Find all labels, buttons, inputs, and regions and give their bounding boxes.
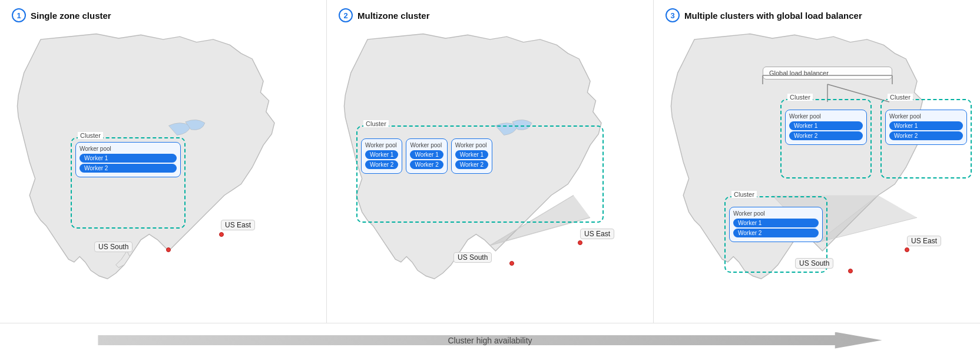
cluster-label-2: Cluster: [363, 120, 389, 127]
worker-1-btn-s1: Worker 1: [80, 154, 177, 163]
w1-c2: Worker 1: [410, 150, 443, 159]
us-south-dot-1: [166, 247, 171, 252]
cluster-label-bl: Cluster: [731, 191, 757, 198]
us-south-dot-3: [848, 269, 853, 273]
wp-label-tr: Worker pool: [889, 113, 963, 120]
w2-c2: Worker 2: [410, 160, 443, 169]
section-title-3: 3 Multiple clusters with global load bal…: [654, 0, 980, 22]
arrow-label: Cluster high availability: [98, 336, 882, 345]
w2-c3: Worker 2: [455, 160, 488, 169]
section-multi-cluster: 3 Multiple clusters with global load bal…: [654, 0, 980, 323]
us-south-label-2: US South: [453, 252, 492, 263]
wpl-label-c1: Worker pool: [365, 142, 398, 148]
us-south-label-1: US South: [94, 242, 133, 252]
wpl-label-c3: Worker pool: [455, 142, 488, 148]
wp-label-tl: Worker pool: [789, 113, 863, 120]
us-east-dot-3: [905, 247, 909, 252]
cluster-box-2: Cluster Worker pool Worker 1 Worker 2 Wo…: [356, 125, 604, 223]
section-title-1: 1 Single zone cluster: [0, 0, 326, 22]
worker-pool-col3: Worker pool Worker 1 Worker 2: [451, 138, 492, 174]
glb-box: Global load balancer: [763, 67, 892, 80]
cluster-label-tl: Cluster: [787, 94, 813, 101]
section-label-2: Multizone cluster: [357, 11, 430, 21]
cluster-label-tr: Cluster: [888, 94, 913, 101]
w1-tr: Worker 1: [889, 121, 963, 130]
diagrams-row: 1 Single zone cluster Cluster: [0, 0, 980, 323]
worker-pool-box-1: Worker pool Worker 1 Worker 2: [75, 142, 181, 177]
section-multizone: 2 Multizone cluster Cluster: [327, 0, 654, 323]
w2-bl: Worker 2: [733, 229, 819, 237]
glb-label: Global load balancer: [769, 70, 829, 77]
section-label-3: Multiple clusters with global load balan…: [684, 11, 862, 21]
wp-label-bl: Worker pool: [733, 210, 819, 217]
worker-pool-col1: Worker pool Worker 1 Worker 2: [361, 138, 402, 174]
wp-box-bl: Worker pool Worker 1 Worker 2: [729, 207, 823, 242]
wpl-label-c2: Worker pool: [410, 142, 443, 148]
step-num-1: 1: [12, 8, 26, 22]
cluster-label-1: Cluster: [78, 132, 103, 139]
worker-pool-label-1: Worker pool: [80, 146, 177, 152]
w2-c1: Worker 2: [365, 160, 398, 169]
main-container: 1 Single zone cluster Cluster: [0, 0, 980, 357]
w1-c1: Worker 1: [365, 150, 398, 159]
w2-tl: Worker 2: [789, 131, 863, 140]
map-area-1: Cluster Worker pool Worker 1 Worker 2 US…: [0, 22, 326, 319]
w2-tr: Worker 2: [889, 131, 963, 140]
us-south-dot-2: [509, 261, 514, 266]
section-title-2: 2 Multizone cluster: [327, 0, 653, 22]
map-area-2: Cluster Worker pool Worker 1 Worker 2 Wo…: [327, 22, 653, 319]
worker-pools-row-2: Worker pool Worker 1 Worker 2 Worker poo…: [361, 138, 599, 174]
step-num-3: 3: [666, 8, 680, 22]
section-label-1: Single zone cluster: [31, 11, 111, 21]
cluster-box-1: Cluster Worker pool Worker 1 Worker 2: [71, 137, 186, 229]
cluster-top-right: Cluster Worker pool Worker 1 Worker 2: [880, 99, 972, 178]
section-single-zone: 1 Single zone cluster Cluster: [0, 0, 327, 323]
worker-2-btn-s1: Worker 2: [80, 164, 177, 173]
us-east-label-1: US East: [221, 220, 255, 230]
map-area-3: Global load balancer Cluster Worker pool…: [654, 22, 980, 319]
worker-pool-col2: Worker pool Worker 1 Worker 2: [406, 138, 447, 174]
us-east-dot-2: [578, 240, 582, 245]
step-num-2: 2: [339, 8, 353, 22]
us-south-label-3: US South: [795, 258, 833, 269]
us-east-dot-1: [219, 232, 224, 237]
w1-c3: Worker 1: [455, 150, 488, 159]
us-east-label-2: US East: [580, 229, 614, 239]
us-east-label-3: US East: [907, 236, 941, 246]
cluster-top-left: Cluster Worker pool Worker 1 Worker 2: [780, 99, 872, 178]
bottom-arrow-section: Cluster high availability: [0, 323, 980, 357]
wp-box-tr: Worker pool Worker 1 Worker 2: [885, 110, 967, 145]
w1-bl: Worker 1: [733, 219, 819, 227]
arrow-container: Cluster high availability: [98, 332, 882, 349]
w1-tl: Worker 1: [789, 121, 863, 130]
wp-box-tl: Worker pool Worker 1 Worker 2: [785, 110, 867, 145]
